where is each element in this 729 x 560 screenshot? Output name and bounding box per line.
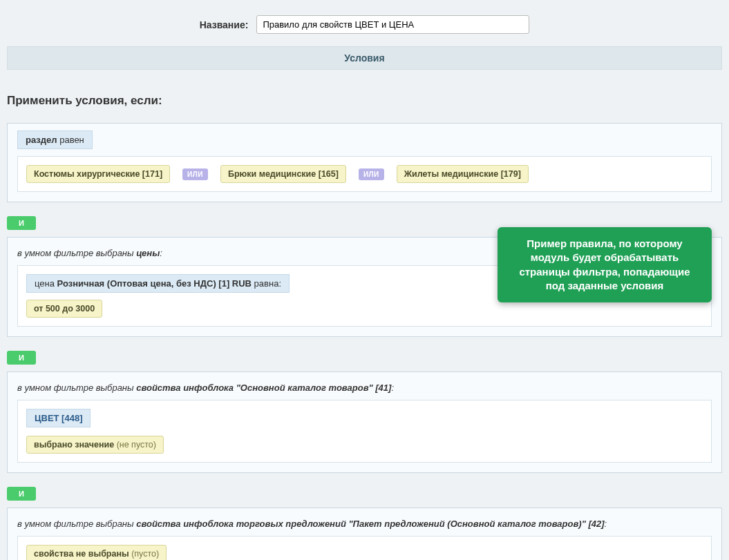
and-badge: И [7, 487, 36, 501]
property-tag-color[interactable]: ЦВЕТ [448] [26, 409, 91, 427]
offers-empty-chip[interactable]: свойства не выбраны (пусто) [26, 545, 167, 560]
or-badge: ИЛИ [182, 168, 208, 180]
section-chip[interactable]: Костюмы хирургические [171] [26, 165, 170, 183]
section-chip[interactable]: Жилеты медицинские [179] [397, 165, 529, 183]
iblock-props-inner: ЦВЕТ [448] выбрано значение (не пусто) [17, 400, 712, 463]
name-input[interactable] [256, 15, 529, 34]
conditions-section-header: Условия [7, 46, 722, 70]
iblock-props-head[interactable]: в умном фильтре выбраны свойства инфобло… [17, 379, 712, 400]
section-condition-head[interactable]: раздел равен [17, 131, 93, 149]
or-badge: ИЛИ [359, 168, 384, 180]
and-badge: И [7, 216, 36, 230]
name-row: Название: [7, 7, 722, 46]
section-chip[interactable]: Брюки медицинские [165] [220, 165, 346, 183]
price-range-chip[interactable]: от 500 до 3000 [26, 300, 102, 318]
condition-block-prices: Пример правила, по которому модуль будет… [7, 237, 722, 337]
price-type-head[interactable]: цена Розничная (Оптовая цена, без НДС) [… [26, 274, 290, 293]
offers-props-head[interactable]: в умном фильтре выбраны свойства инфобло… [17, 515, 712, 536]
condition-block-offers-props: в умном фильтре выбраны свойства инфобло… [7, 508, 722, 560]
section-values-box: Костюмы хирургические [171] ИЛИ Брюки ме… [17, 156, 712, 192]
offers-props-inner: свойства не выбраны (пусто) [17, 536, 712, 560]
property-value-chip[interactable]: выбрано значение (не пусто) [26, 436, 164, 454]
conditions-title: Применить условия, если: [7, 94, 722, 108]
name-label: Название: [200, 19, 249, 30]
help-tooltip: Пример правила, по которому модуль будет… [498, 227, 712, 302]
condition-block-section: раздел равен Костюмы хирургические [171]… [7, 123, 722, 202]
and-badge: И [7, 351, 36, 365]
condition-block-iblock-props: в умном фильтре выбраны свойства инфобло… [7, 371, 722, 473]
